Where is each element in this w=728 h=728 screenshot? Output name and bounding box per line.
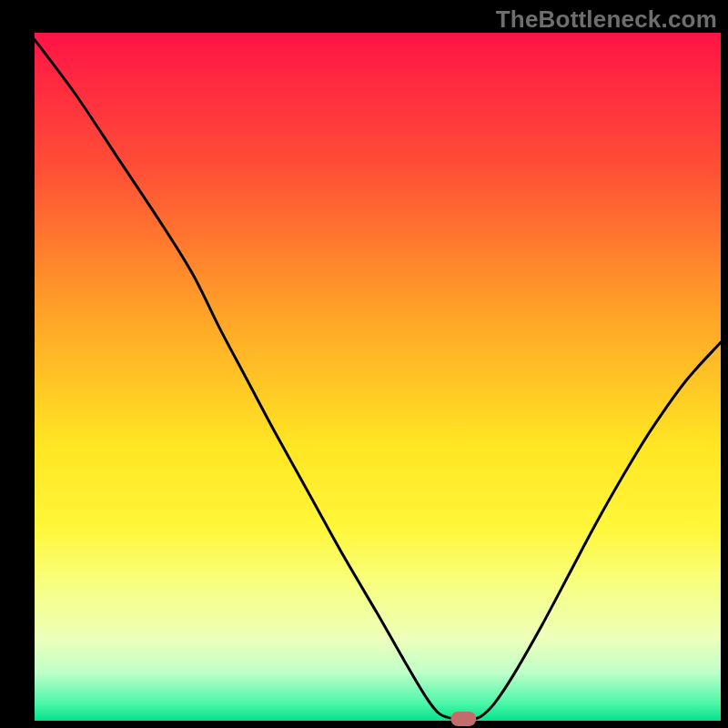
optimal-marker [450, 712, 476, 726]
plot-background [35, 33, 721, 721]
watermark-text: TheBottleneck.com [496, 5, 717, 34]
chart-svg [0, 0, 728, 728]
bottleneck-chart: TheBottleneck.com [0, 0, 728, 728]
